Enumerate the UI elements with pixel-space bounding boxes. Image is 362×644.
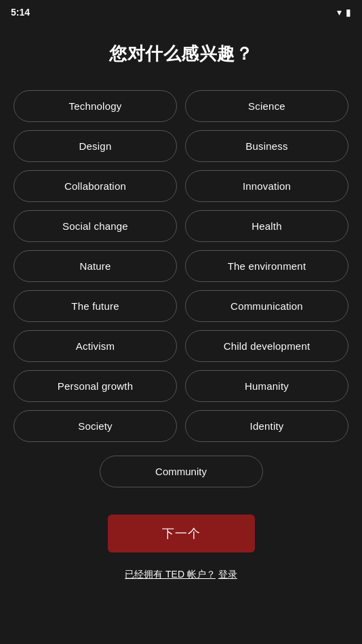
topic-collaboration-button[interactable]: Collaboration — [14, 170, 177, 202]
login-prompt: 已经拥有 TED 帐户？ 登录 — [125, 569, 237, 581]
topic-health-button[interactable]: Health — [185, 210, 348, 242]
status-icons: ▾ ▮ — [337, 7, 351, 18]
topic-technology-button[interactable]: Technology — [14, 90, 177, 122]
login-prompt-text: 已经拥有 TED 帐户？ — [125, 569, 216, 580]
login-action-link[interactable]: 登录 — [218, 569, 237, 580]
topic-innovation-button[interactable]: Innovation — [185, 170, 348, 202]
status-bar: 5:14 ▾ ▮ — [0, 0, 362, 22]
topic-the-future-button[interactable]: The future — [14, 290, 177, 322]
topic-community-button[interactable]: Community — [100, 456, 263, 487]
main-content: 您对什么感兴趣？ TechnologyScienceDesignBusiness… — [0, 22, 362, 456]
topic-activism-button[interactable]: Activism — [14, 330, 177, 362]
topic-personal-growth-button[interactable]: Personal growth — [14, 370, 177, 402]
bottom-section: Community 下一个 已经拥有 TED 帐户？ 登录 — [0, 456, 362, 595]
wifi-icon: ▾ — [337, 7, 342, 18]
battery-icon: ▮ — [346, 7, 351, 18]
topic-society-button[interactable]: Society — [14, 410, 177, 442]
topics-grid: TechnologyScienceDesignBusinessCollabora… — [14, 90, 348, 442]
topic-science-button[interactable]: Science — [185, 90, 348, 122]
topic-nature-button[interactable]: Nature — [14, 250, 177, 282]
community-row: Community — [14, 456, 348, 487]
page-title: 您对什么感兴趣？ — [109, 42, 253, 66]
topic-design-button[interactable]: Design — [14, 130, 177, 162]
topic-business-button[interactable]: Business — [185, 130, 348, 162]
topic-child-development-button[interactable]: Child development — [185, 330, 348, 362]
topic-identity-button[interactable]: Identity — [185, 410, 348, 442]
next-button[interactable]: 下一个 — [108, 515, 255, 552]
topic-the-environment-button[interactable]: The environment — [185, 250, 348, 282]
topic-humanity-button[interactable]: Humanity — [185, 370, 348, 402]
status-time: 5:14 — [11, 7, 30, 18]
topic-social-change-button[interactable]: Social change — [14, 210, 177, 242]
topic-communication-button[interactable]: Communication — [185, 290, 348, 322]
